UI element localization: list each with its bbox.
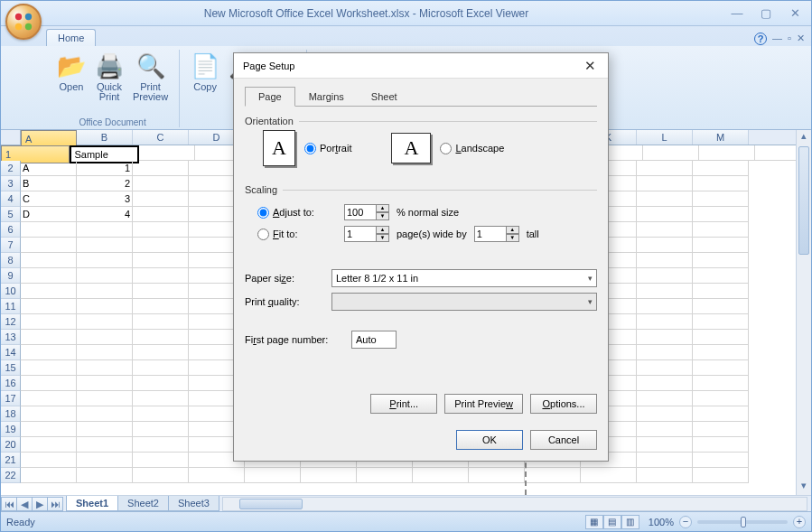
cell-L21[interactable] [637,453,693,468]
cell-L19[interactable] [637,422,693,437]
cell-C17[interactable] [133,391,189,406]
cell-B16[interactable] [77,376,133,391]
row-header-19[interactable]: 19 [1,422,21,437]
ribbon-tab-home[interactable]: Home [46,29,96,46]
row-header-9[interactable]: 9 [1,268,21,284]
help-icon[interactable]: ? [754,33,767,45]
cell-M6[interactable] [693,222,749,238]
cell-A21[interactable] [21,453,77,468]
cell-A22[interactable] [21,468,77,483]
cell-C2[interactable] [133,161,189,176]
cell-B20[interactable] [77,437,133,453]
cell-M7[interactable] [693,238,749,253]
cell-M2[interactable] [693,161,749,176]
zoom-label[interactable]: 100% [649,517,674,527]
sheet-tab-sheet1[interactable]: Sheet1 [66,496,118,511]
cell-C12[interactable] [133,314,189,330]
dialog-close-button[interactable]: ✕ [581,58,599,74]
row-header-20[interactable]: 20 [1,437,21,453]
cell-M10[interactable] [693,284,749,299]
scroll-down-icon[interactable]: ▾ [797,480,811,495]
ribbon-close[interactable]: ✕ [797,33,805,45]
cell-M20[interactable] [693,437,749,453]
quick-print-button[interactable]: 🖨️Quick Print [91,50,127,104]
cell-L7[interactable] [637,238,693,253]
col-header-M[interactable]: M [693,130,749,145]
sheet-nav-last[interactable]: ⏭ [47,497,63,511]
cell-A20[interactable] [21,437,77,453]
cell-B15[interactable] [77,360,133,376]
cell-A11[interactable] [21,299,77,314]
horizontal-scrollbar[interactable] [222,497,807,511]
cell-B18[interactable] [77,406,133,422]
cell-K1[interactable] [643,145,699,161]
cell-A19[interactable] [21,422,77,437]
cell-M12[interactable] [693,314,749,330]
row-header-8[interactable]: 8 [1,253,21,268]
vscroll-thumb[interactable] [798,146,809,255]
sheet-tab-sheet2[interactable]: Sheet2 [117,496,169,511]
zoom-in-button[interactable]: + [793,516,806,528]
landscape-radio[interactable]: Landscape [440,143,504,154]
row-header-15[interactable]: 15 [1,360,21,376]
cell-M11[interactable] [693,299,749,314]
cell-A2[interactable]: A [21,161,77,176]
cell-L1[interactable] [699,145,755,161]
cell-L14[interactable] [637,345,693,360]
cell-L22[interactable] [637,468,693,483]
paper-size-select[interactable]: Letter 8 1/2 x 11 in▾ [331,269,597,287]
row-header-13[interactable]: 13 [1,330,21,345]
col-header-B[interactable]: B [77,130,133,145]
cell-L13[interactable] [637,330,693,345]
cell-M8[interactable] [693,253,749,268]
cell-A5[interactable]: D [21,207,77,222]
cell-L17[interactable] [637,391,693,406]
cell-B14[interactable] [77,345,133,360]
view-page-break-button[interactable]: ▥ [621,515,639,529]
cell-A10[interactable] [21,284,77,299]
row-header-2[interactable]: 2 [1,161,21,176]
cell-M19[interactable] [693,422,749,437]
cell-L8[interactable] [637,253,693,268]
cell-M16[interactable] [693,376,749,391]
hscroll-thumb[interactable] [239,499,303,509]
cell-B1[interactable] [139,145,195,161]
print-quality-select[interactable]: ▾ [331,293,597,311]
cell-M21[interactable] [693,453,749,468]
cell-A4[interactable]: C [21,191,77,207]
cell-C19[interactable] [133,422,189,437]
office-button[interactable] [5,4,42,40]
cell-B4[interactable]: 3 [77,191,133,207]
cancel-button[interactable]: Cancel [530,430,597,450]
cell-L16[interactable] [637,376,693,391]
close-button[interactable]: ✕ [784,6,806,21]
tab-margins[interactable]: Margins [295,87,358,107]
view-normal-button[interactable]: ▦ [585,515,603,529]
cell-L18[interactable] [637,406,693,422]
cell-L2[interactable] [637,161,693,176]
sheet-nav-next[interactable]: ▶ [32,497,48,511]
row-header-22[interactable]: 22 [1,468,21,483]
ok-button[interactable]: OK [456,430,523,450]
cell-D22[interactable] [189,468,245,483]
cell-L4[interactable] [637,191,693,207]
maximize-button[interactable]: ▢ [755,6,777,21]
zoom-slider[interactable] [697,520,788,524]
sheet-nav-first[interactable]: ⏮ [1,497,17,511]
cell-C21[interactable] [133,453,189,468]
view-page-layout-button[interactable]: ▤ [603,515,621,529]
cell-L11[interactable] [637,299,693,314]
cell-K22[interactable] [581,468,637,483]
print-preview-button[interactable]: 🔍Print Preview [129,50,172,104]
print-preview-button[interactable]: Print Preview [444,394,523,414]
row-header-12[interactable]: 12 [1,314,21,330]
cell-B21[interactable] [77,453,133,468]
cell-I22[interactable] [469,468,525,483]
row-header-16[interactable]: 16 [1,376,21,391]
zoom-out-button[interactable]: − [679,516,692,528]
row-header-6[interactable]: 6 [1,222,21,238]
fit-to-radio[interactable]: Fit to: [257,229,337,240]
cell-G22[interactable] [357,468,413,483]
cell-B3[interactable]: 2 [77,176,133,191]
col-header-C[interactable]: C [133,130,189,145]
